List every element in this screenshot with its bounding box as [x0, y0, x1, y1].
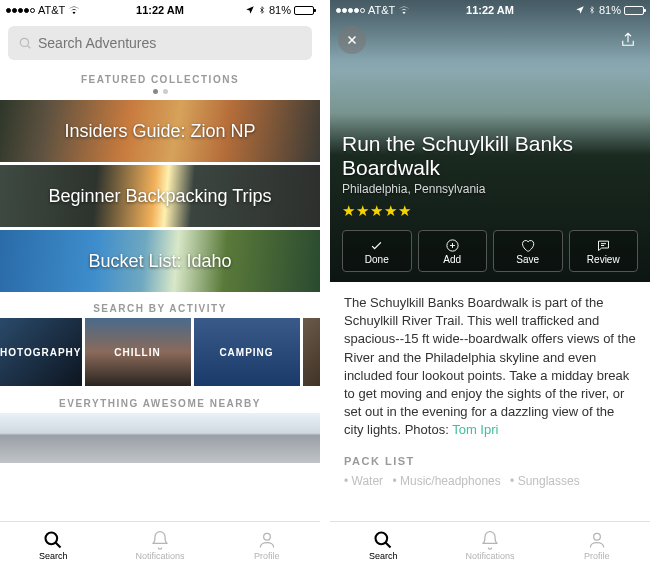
close-button[interactable] [338, 26, 366, 54]
pack-item: Sunglasses [510, 474, 580, 488]
collection-card[interactable]: Insiders Guide: Zion NP [0, 100, 320, 162]
tab-search[interactable]: Search [0, 522, 107, 569]
signal-dots-icon [6, 8, 35, 13]
collection-title: Insiders Guide: Zion NP [64, 121, 255, 142]
battery-percent: 81% [269, 4, 291, 16]
tab-label: Notifications [465, 551, 514, 561]
nearby-image[interactable] [0, 413, 320, 463]
left-screen: AT&T 11:22 AM 81% FEATURED COLLECTIONS I… [0, 0, 320, 569]
battery-percent: 81% [599, 4, 621, 16]
pack-list-header: PACK LIST [344, 454, 636, 469]
battery-icon [624, 6, 644, 15]
activity-label: CHILLIN [114, 347, 160, 358]
save-button[interactable]: Save [493, 230, 563, 272]
description-body: The Schuylkill Banks Boardwalk is part o… [330, 282, 650, 502]
featured-collections-header: FEATURED COLLECTIONS [0, 66, 320, 89]
carrier-label: AT&T [368, 4, 395, 16]
bluetooth-icon [258, 5, 266, 15]
signal-dots-icon [336, 8, 365, 13]
plus-circle-icon [445, 238, 460, 253]
activity-tile[interactable]: CHILLIN [85, 318, 191, 386]
tab-label: Notifications [135, 551, 184, 561]
status-bar: AT&T 11:22 AM 81% [0, 0, 320, 20]
description-text: The Schuylkill Banks Boardwalk is part o… [344, 295, 636, 437]
carrier-label: AT&T [38, 4, 65, 16]
activity-label: HOTOGRAPHY [0, 347, 82, 358]
search-by-activity-header: SEARCH BY ACTIVITY [0, 295, 320, 318]
collection-card[interactable]: Beginner Backpacking Trips [0, 165, 320, 227]
status-time: 11:22 AM [466, 4, 514, 16]
bluetooth-icon [588, 5, 596, 15]
svg-point-2 [263, 533, 270, 540]
action-label: Add [443, 254, 461, 265]
tab-notifications[interactable]: Notifications [437, 522, 544, 569]
add-button[interactable]: Add [418, 230, 488, 272]
status-time: 11:22 AM [136, 4, 184, 16]
svg-point-1 [46, 533, 58, 545]
search-icon [373, 530, 393, 550]
profile-icon [587, 530, 607, 550]
wifi-icon [68, 4, 80, 16]
search-input[interactable] [38, 35, 302, 51]
share-button[interactable] [614, 26, 642, 54]
bell-icon [480, 530, 500, 550]
battery-icon [294, 6, 314, 15]
tab-label: Profile [584, 551, 610, 561]
right-screen: AT&T 11:22 AM 81% Run the Schuylkill Ban… [330, 0, 650, 569]
collection-card[interactable]: Bucket List: Idaho [0, 230, 320, 292]
check-icon [369, 238, 384, 253]
status-bar: AT&T 11:22 AM 81% [330, 0, 650, 20]
tab-bar: Search Notifications Profile [330, 521, 650, 569]
location-arrow-icon [575, 5, 585, 15]
share-icon [619, 31, 637, 49]
wifi-icon [398, 4, 410, 16]
activity-row[interactable]: HOTOGRAPHY CHILLIN CAMPING [0, 318, 320, 390]
svg-point-4 [376, 533, 388, 545]
pager-dots [0, 89, 320, 100]
adventure-title: Run the Schuylkill Banks Boardwalk [342, 132, 638, 180]
location-arrow-icon [245, 5, 255, 15]
tab-profile[interactable]: Profile [213, 522, 320, 569]
action-label: Done [365, 254, 389, 265]
activity-label: CAMPING [219, 347, 273, 358]
photo-credit-link[interactable]: Tom Ipri [452, 422, 498, 437]
adventure-location: Philadelphia, Pennsylvania [342, 182, 638, 196]
svg-point-0 [20, 38, 28, 46]
nearby-header: EVERYTHING AWESOME NEARBY [0, 390, 320, 413]
comment-icon [596, 238, 611, 253]
action-label: Save [516, 254, 539, 265]
rating-stars: ★★★★★ [342, 202, 638, 220]
search-input-container[interactable] [8, 26, 312, 60]
heart-icon [520, 238, 535, 253]
action-label: Review [587, 254, 620, 265]
done-button[interactable]: Done [342, 230, 412, 272]
collection-title: Beginner Backpacking Trips [48, 186, 271, 207]
tab-label: Profile [254, 551, 280, 561]
activity-tile[interactable]: CAMPING [194, 318, 300, 386]
collection-title: Bucket List: Idaho [88, 251, 231, 272]
pack-item: Water [344, 474, 383, 488]
search-icon [43, 530, 63, 550]
close-icon [345, 33, 359, 47]
activity-tile[interactable]: HOTOGRAPHY [0, 318, 82, 386]
tab-label: Search [369, 551, 398, 561]
pack-list: Water Music/headphones Sunglasses [344, 473, 636, 490]
review-button[interactable]: Review [569, 230, 639, 272]
bell-icon [150, 530, 170, 550]
tab-profile[interactable]: Profile [543, 522, 650, 569]
search-icon [18, 36, 32, 50]
pack-item: Music/headphones [392, 474, 500, 488]
activity-tile[interactable] [303, 318, 321, 386]
tab-search[interactable]: Search [330, 522, 437, 569]
tab-label: Search [39, 551, 68, 561]
hero-image: AT&T 11:22 AM 81% Run the Schuylkill Ban… [330, 0, 650, 282]
svg-point-5 [593, 533, 600, 540]
tab-notifications[interactable]: Notifications [107, 522, 214, 569]
profile-icon [257, 530, 277, 550]
tab-bar: Search Notifications Profile [0, 521, 320, 569]
